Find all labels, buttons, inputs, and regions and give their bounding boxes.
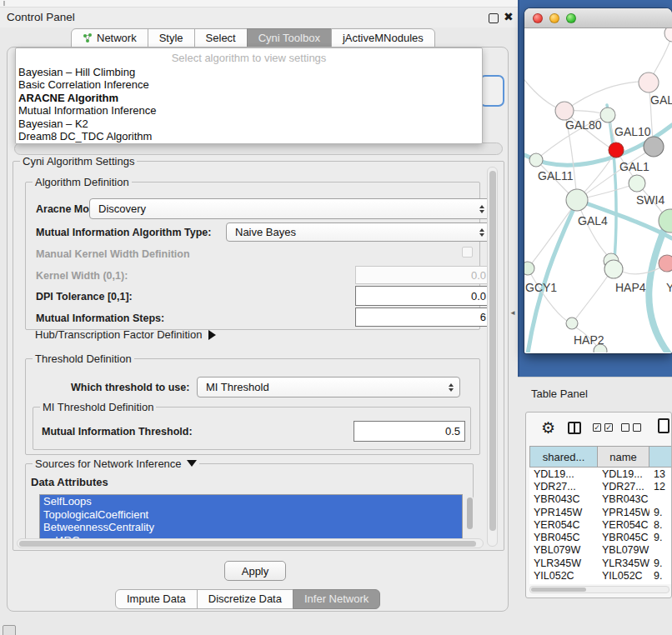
algorithm-item[interactable]: Dream8 DC_TDC Algorithm [16,130,482,142]
network-node[interactable] [604,260,623,278]
tab-cyni-toolbox[interactable]: Cyni Toolbox [247,28,332,48]
tab-select[interactable]: Select [194,28,248,48]
mi-type-value: Naive Bayes [235,226,296,238]
mi-steps-input[interactable]: 6 [355,308,491,327]
network-node[interactable] [644,137,664,157]
split-columns-icon[interactable] [568,422,581,434]
bottom-tab-impute-data[interactable]: Impute Data [115,589,198,609]
table-row[interactable]: YLR345WYLR345W9. [529,557,671,569]
network-canvas[interactable]: GALGAL80GAL10GAL1GAL11SWI4GAL4GCY1HAP4YH… [524,28,672,352]
document-icon[interactable] [658,418,669,433]
network-edge[interactable] [564,82,639,111]
network-node[interactable] [566,318,578,329]
control-panel-titlebar: Control Panel ✖ [0,8,518,28]
node-label-gal11: GAL11 [538,169,574,182]
network-node[interactable] [659,255,672,272]
float-window-icon[interactable] [489,13,499,23]
unchecked-checkbox-icon[interactable] [621,423,629,432]
aracne-mode-select[interactable]: Discovery [89,198,491,219]
mac-close-icon[interactable] [533,13,543,23]
close-icon[interactable]: ✖ [504,10,514,23]
table-body: YDL19...YDL19...13YDR27...YDR27...12YBR0… [529,468,671,582]
network-edge[interactable] [524,80,562,110]
hub-definition-toggle[interactable]: Hub/Transcription Factor Definition [35,328,216,341]
mi-threshold-input[interactable]: 0.5 [354,421,465,442]
bottom-tab-infer-network[interactable]: Infer Network [293,589,380,609]
algorithm-item[interactable]: Basic Correlation Inference [16,78,482,91]
node-label-hap2: HAP2 [574,333,604,347]
network-node[interactable] [664,28,672,42]
network-edge[interactable] [528,202,577,352]
network-node[interactable] [629,175,645,192]
unchecked-checkbox-icon[interactable] [633,423,641,432]
column-header[interactable]: shared... [529,446,598,468]
mi-steps-label: Mutual Information Steps: [36,312,164,324]
table-row[interactable]: YER054CYER054C8. [529,518,671,531]
node-label-y: Y [666,281,672,294]
algorithm-item[interactable]: ARACNE Algorithm [16,92,482,104]
network-node[interactable] [600,108,615,122]
attribute-item[interactable]: SelfLoops [40,495,462,508]
network-node[interactable] [529,153,543,167]
dpi-tolerance-label: DPI Tolerance [0,1]: [36,291,133,302]
attribute-item[interactable]: TopologicalCoefficient [40,508,462,522]
threshold-definition-title: Threshold Definition [33,352,134,365]
table-horizontal-scrollbar[interactable] [529,586,669,593]
network-node[interactable] [555,102,574,120]
network-node[interactable] [524,262,534,275]
network-node[interactable] [609,142,624,158]
table-row[interactable]: YDL19...YDL19...13 [529,468,671,480]
kernel-width-input[interactable]: 0.0 [355,266,491,284]
column-header[interactable] [649,446,671,468]
mac-zoom-icon[interactable] [566,13,576,23]
network-edge[interactable] [528,208,572,268]
apply-button[interactable]: Apply [224,561,286,581]
node-label-gal: GAL [650,93,672,107]
aracne-mode-value: Discovery [98,202,146,215]
settings-horizontal-scrollbar[interactable] [17,538,484,548]
checked-checkbox-icon[interactable]: ✓ [604,423,613,432]
table-row[interactable]: YBL079WYBL079W [529,544,671,557]
checked-checkbox-icon[interactable]: ✓ [593,423,601,432]
network-node[interactable] [566,189,588,211]
table-row[interactable]: YBR043CYBR043C [529,493,671,506]
node-label-gal4: GAL4 [578,214,608,228]
sources-group: Sources for Network Inference Data Attri… [25,463,474,542]
gear-icon[interactable]: ⚙ [541,418,555,438]
corner-widget-icon[interactable] [3,625,16,635]
attribute-item[interactable]: BetweennessCentrality [40,521,462,534]
table-row[interactable]: YDR27...YDR27...12 [529,480,671,492]
collapsed-panel-bar[interactable] [14,142,503,155]
column-header[interactable]: name [598,446,649,468]
algorithm-item[interactable]: Bayesian – Hill Climbing [16,66,482,78]
algorithm-item[interactable]: Bayesian – K2 [16,118,482,130]
table-row[interactable]: YIL052CYIL052C9. [529,569,671,582]
bottom-tab-discretize-data[interactable]: Discretize Data [197,589,293,609]
splitter-arrow-icon[interactable]: ◄ [509,309,516,317]
mi-threshold-group: MI Threshold Definition Mutual Informati… [33,407,471,450]
tab-style[interactable]: Style [148,28,195,48]
network-node[interactable] [659,209,672,232]
network-view-window[interactable]: GALGAL80GAL10GAL1GAL11SWI4GAL4GCY1HAP4YH… [524,8,672,353]
table-row[interactable]: YBR045CYBR045C9. [529,531,671,543]
algorithm-item[interactable]: Mutual Information Inference [16,104,482,117]
network-edge[interactable] [572,276,608,323]
algorithm-dropdown: Select algorithm to view settings Bayesi… [15,48,483,144]
tab-jactivemnodules[interactable]: jActiveMNodules [331,28,435,48]
settings-vertical-scrollbar[interactable] [487,167,498,547]
dpi-tolerance-input[interactable]: 0.0 [355,286,491,306]
tab-network[interactable]: Network [71,28,148,48]
which-threshold-select[interactable]: MI Threshold [197,377,460,398]
table-row[interactable]: YPR145WYPR145W9. [529,506,671,518]
manual-kernel-checkbox[interactable] [462,247,473,258]
network-node[interactable] [639,72,659,92]
mi-type-select[interactable]: Naive Bayes [226,222,491,242]
dropdown-items: Bayesian – Hill ClimbingBasic Correlatio… [16,66,482,142]
mi-threshold-label: Mutual Information Threshold: [42,426,193,438]
mac-minimize-icon[interactable] [549,13,559,23]
table-panel-title: Table Panel [531,388,588,400]
dropdown-placeholder: Select algorithm to view settings [16,51,482,66]
focused-button-fragment[interactable] [479,75,504,107]
table-header-row: shared...name [529,446,671,468]
sources-group-title[interactable]: Sources for Network Inference [33,458,199,470]
